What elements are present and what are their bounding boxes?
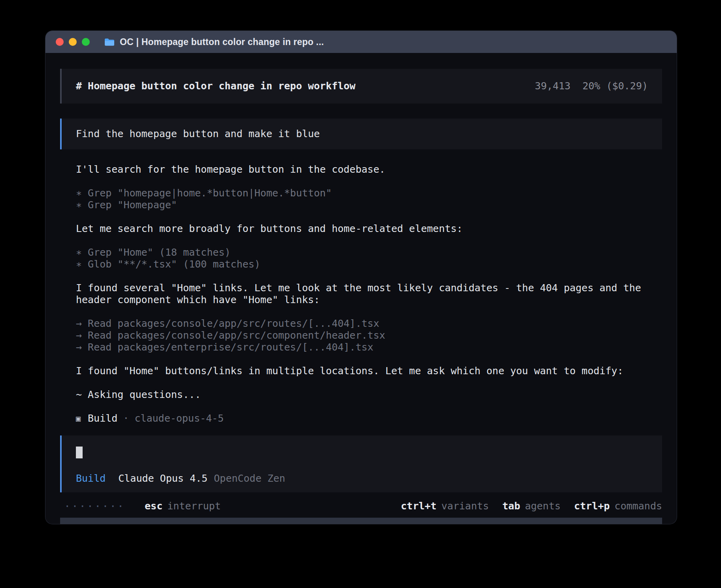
input-meta: Build Claude Opus 4.5 OpenCode Zen bbox=[76, 473, 648, 484]
tool-call-read: → Read packages/console/app/src/componen… bbox=[76, 330, 662, 341]
shortcut-key: esc bbox=[145, 500, 162, 512]
tool-call-grep: ∗ Grep "Home" (18 matches) bbox=[76, 247, 662, 258]
assistant-text: I found "Home" buttons/links in multiple… bbox=[76, 365, 662, 377]
shortcut-label: interrupt bbox=[167, 500, 221, 512]
tool-call-read: → Read packages/console/app/src/routes/[… bbox=[76, 318, 662, 330]
window-title-group: OC | Homepage button color change in rep… bbox=[104, 37, 324, 47]
agent-name: Build bbox=[88, 413, 117, 424]
shortcut-commands[interactable]: ctrl+p commands bbox=[574, 500, 662, 512]
shortcut-agents[interactable]: tab agents bbox=[502, 500, 561, 512]
agent-mode-label[interactable]: Build bbox=[76, 473, 106, 484]
context-usage: 20% ($0.29) bbox=[582, 80, 648, 92]
user-message-text: Find the homepage button and make it blu… bbox=[76, 128, 320, 140]
shortcut-interrupt[interactable]: esc interrupt bbox=[145, 500, 221, 512]
close-button[interactable] bbox=[56, 38, 64, 46]
spinner-dots: ········ bbox=[64, 500, 125, 512]
status-bar: ········ esc interrupt ctrl+t variants t… bbox=[60, 500, 662, 512]
assistant-text: I found several "Home" links. Let me loo… bbox=[76, 282, 662, 306]
titlebar[interactable]: OC | Homepage button color change in rep… bbox=[45, 31, 677, 53]
shortcut-key: ctrl+p bbox=[574, 500, 610, 512]
tool-call-grep: ∗ Grep "homepage|home.*button|Home.*butt… bbox=[76, 187, 662, 199]
window-title: OC | Homepage button color change in rep… bbox=[120, 37, 324, 47]
assistant-status-text: ~ Asking questions... bbox=[76, 389, 662, 401]
agent-status-line: ▣ Build · claude-opus-4-5 bbox=[76, 413, 662, 424]
shortcut-label: agents bbox=[525, 500, 561, 512]
token-count: 39,413 bbox=[535, 80, 570, 92]
shortcut-label: commands bbox=[615, 500, 662, 512]
traffic-lights bbox=[56, 38, 90, 46]
tool-call-grep: ∗ Grep "Homepage" bbox=[76, 199, 662, 211]
session-title: # Homepage button color change in repo w… bbox=[76, 80, 355, 92]
shortcut-label: variants bbox=[441, 500, 489, 512]
agent-separator: · bbox=[123, 413, 129, 424]
text-cursor bbox=[76, 447, 83, 458]
agent-model: claude-opus-4-5 bbox=[134, 413, 224, 424]
shortcut-variants[interactable]: ctrl+t variants bbox=[401, 500, 489, 512]
terminal-content: # Homepage button color change in repo w… bbox=[45, 53, 677, 524]
model-label[interactable]: Claude Opus 4.5 bbox=[118, 473, 208, 484]
prompt-input[interactable]: Build Claude Opus 4.5 OpenCode Zen bbox=[60, 435, 662, 492]
conversation: I'll search for the homepage button in t… bbox=[76, 152, 662, 401]
window-bottom-strip bbox=[60, 518, 662, 524]
session-header: # Homepage button color change in repo w… bbox=[60, 69, 662, 104]
shortcut-key: ctrl+t bbox=[401, 500, 436, 512]
session-stats: 39,413 20% ($0.29) bbox=[535, 80, 648, 92]
minimize-button[interactable] bbox=[69, 38, 77, 46]
user-message: Find the homepage button and make it blu… bbox=[60, 119, 662, 149]
tool-call-glob: ∗ Glob "**/*.tsx" (100 matches) bbox=[76, 258, 662, 270]
assistant-text: Let me search more broadly for buttons a… bbox=[76, 223, 662, 235]
assistant-text: I'll search for the homepage button in t… bbox=[76, 164, 662, 175]
shortcut-key: tab bbox=[502, 500, 520, 512]
provider-label: OpenCode Zen bbox=[214, 473, 285, 484]
zoom-button[interactable] bbox=[82, 38, 90, 46]
agent-square-icon: ▣ bbox=[76, 413, 81, 424]
tool-call-read: → Read packages/enterprise/src/routes/[.… bbox=[76, 341, 662, 353]
terminal-window: OC | Homepage button color change in rep… bbox=[45, 31, 677, 524]
folder-icon bbox=[104, 38, 115, 47]
